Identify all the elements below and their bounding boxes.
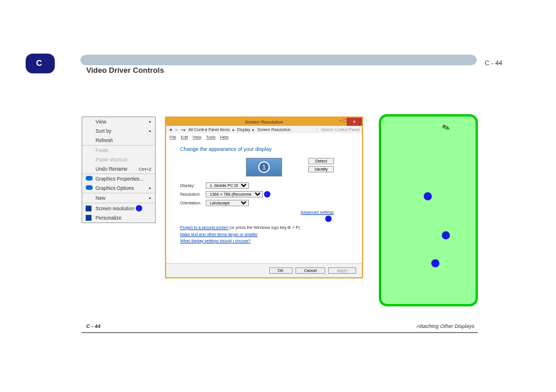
menu-screen-resolution[interactable]: Screen resolution [82, 203, 155, 213]
advanced-settings-link[interactable]: Advanced settings [301, 210, 334, 214]
menu-tools[interactable]: Tools [206, 135, 215, 139]
callout-3-ref [442, 231, 450, 239]
callout-2-dot [264, 191, 270, 197]
callout-2-ref [424, 192, 432, 200]
callout-3-dot [325, 216, 332, 222]
resolution-select[interactable]: 1366 × 768 (Recommended) [206, 191, 263, 197]
display-preview[interactable]: 1 Detect Identify [180, 158, 348, 176]
footer-right-text: Attaching Other Displays [417, 323, 474, 329]
window-footer: OK Cancel Apply [166, 263, 362, 277]
screen-resolution-window: Screen Resolution – □ × ◄ ► ▪ ▸ All Cont… [165, 116, 363, 278]
identify-button[interactable]: Identify [308, 166, 334, 172]
page-number-footer: C - 44 [86, 323, 101, 329]
menu-view-app[interactable]: View [192, 135, 201, 139]
note-panel: ✎ [379, 114, 478, 306]
menubar: File Edit View Tools Help [166, 133, 362, 140]
appendix-letter: C [36, 58, 42, 68]
menu-refresh[interactable]: Refresh [82, 136, 155, 145]
footer-rule [82, 332, 478, 333]
header-bar [80, 55, 477, 65]
minimize-maximize[interactable]: – □ [339, 118, 347, 123]
menu-file[interactable]: File [170, 135, 176, 139]
text-size-link[interactable]: Make text and other items larger or smal… [180, 232, 258, 236]
nav-back-icon[interactable]: ◄ [168, 128, 173, 132]
menu-graphics-options[interactable]: Graphics Options [82, 183, 155, 193]
window-title: Screen Resolution [245, 119, 283, 125]
resolution-label: Resolution: [180, 192, 206, 196]
detect-button[interactable]: Detect [308, 158, 334, 164]
menu-undo[interactable]: Undo RenameCtrl+Z [82, 164, 155, 174]
titlebar[interactable]: Screen Resolution – □ × [166, 118, 362, 126]
monitor-1[interactable]: 1 [246, 158, 282, 176]
nav-fwd-icon[interactable]: ► [175, 128, 179, 132]
project-link[interactable]: Project to a second screen [180, 225, 228, 229]
callout-1-dot [136, 205, 142, 211]
pen-icon: ✎ [441, 121, 452, 134]
close-icon[interactable]: × [347, 118, 362, 126]
ok-button[interactable]: OK [269, 267, 293, 274]
callout-4-ref [431, 259, 439, 267]
menu-personalize[interactable]: Personalize [82, 213, 155, 223]
section-title: Video Driver Controls [86, 66, 164, 75]
menu-paste: Paste [82, 146, 155, 155]
menu-sortby[interactable]: Sort by [82, 126, 155, 136]
apply-button[interactable]: Apply [328, 267, 356, 274]
menu-view[interactable]: View [82, 117, 155, 126]
desktop-context-menu: View Sort by Refresh Paste Paste shortcu… [82, 116, 156, 223]
menu-help[interactable]: Help [220, 135, 228, 139]
menu-new[interactable]: New [82, 193, 155, 203]
content-header: Change the appearance of your display [180, 146, 348, 152]
display-label: Display: [180, 183, 206, 188]
orientation-select[interactable]: Landscape [206, 200, 249, 206]
cancel-button[interactable]: Cancel [295, 267, 326, 274]
display-select[interactable]: 1. Mobile PC Display [206, 182, 249, 189]
search-input[interactable]: Search Control Panel [316, 128, 360, 132]
menu-paste-shortcut: Paste shortcut [82, 155, 155, 164]
address-bar[interactable]: ◄ ► ▪ ▸ All Control Panel Items▸ Display… [166, 126, 362, 133]
orientation-label: Orientation: [180, 201, 206, 205]
page-number: C - 44 [485, 59, 502, 66]
what-settings-link[interactable]: What display settings should I choose? [180, 239, 251, 243]
menu-graphics-properties[interactable]: Graphics Properties... [82, 174, 155, 183]
menu-edit[interactable]: Edit [181, 135, 188, 139]
